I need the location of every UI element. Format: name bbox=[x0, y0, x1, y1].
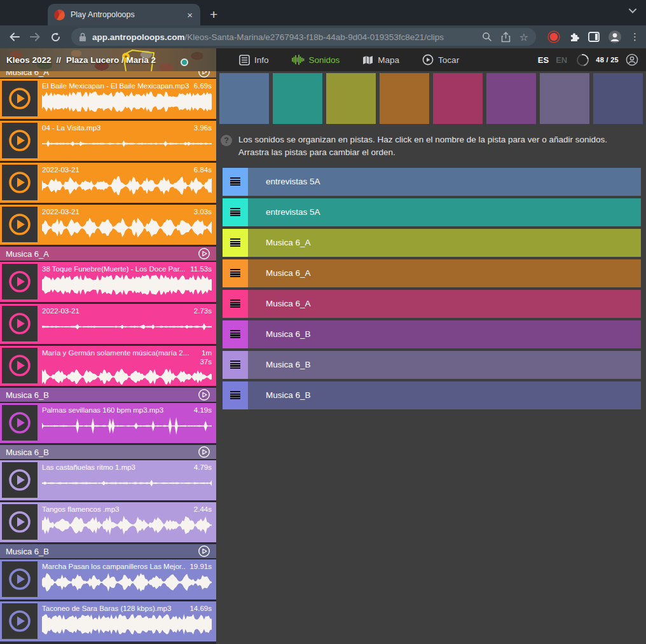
url-text[interactable]: app.antropoloops.com/Kleos-Santa-Marina/… bbox=[92, 32, 476, 42]
track-color-swatch[interactable] bbox=[380, 73, 429, 124]
clip-row[interactable]: 2022-03-213.03s bbox=[0, 205, 216, 245]
extensions-puzzle-icon[interactable] bbox=[568, 31, 580, 43]
track-name-bar[interactable]: Musica 6_B bbox=[248, 351, 641, 379]
track-drag-handle[interactable] bbox=[223, 229, 248, 257]
clip-play-button[interactable] bbox=[2, 603, 38, 639]
track-color-swatch[interactable] bbox=[219, 73, 269, 124]
drag-handle-icon bbox=[230, 269, 240, 277]
clip-waveform bbox=[42, 316, 212, 338]
track-color-swatch[interactable] bbox=[593, 73, 643, 124]
track-color-swatch[interactable] bbox=[433, 73, 483, 124]
track-color-swatch[interactable] bbox=[273, 73, 322, 124]
sidebar-track-header[interactable]: Musica 6_B bbox=[0, 388, 216, 402]
clip-play-button[interactable] bbox=[2, 405, 38, 441]
clip-waveform bbox=[42, 415, 212, 437]
lang-en-button[interactable]: EN bbox=[556, 55, 567, 65]
clip-row[interactable]: Palmas sevillanas 160 bpm mp3.mp34.19s bbox=[0, 403, 216, 443]
clip-row[interactable]: 2022-03-216.84s bbox=[0, 163, 216, 203]
track-label: Musica 6_B bbox=[266, 329, 311, 339]
track-name-bar[interactable]: Musica 6_B bbox=[248, 381, 641, 409]
clip-play-button[interactable] bbox=[2, 348, 38, 383]
sidebar-track-header[interactable]: Musica 6_B bbox=[0, 445, 216, 459]
track-drag-handle[interactable] bbox=[223, 198, 248, 226]
forward-button[interactable] bbox=[27, 29, 43, 45]
browser-menu-icon[interactable]: ⋮ bbox=[630, 32, 640, 41]
clip-row[interactable]: Marcha Pasan los campanilleros Las Mejor… bbox=[0, 559, 216, 599]
nav-item-sonidos[interactable]: Sonidos bbox=[283, 48, 349, 71]
url-bar[interactable]: app.antropoloops.com/Kleos-Santa-Marina/… bbox=[71, 28, 536, 46]
clip-play-button[interactable] bbox=[2, 462, 38, 498]
breadcrumb-separator: // bbox=[57, 55, 62, 65]
track-label: entrevistas 5A bbox=[266, 177, 320, 186]
side-panel-icon[interactable] bbox=[588, 32, 600, 42]
sidebar-track-header[interactable]: Musica 6_A bbox=[0, 71, 216, 78]
track-drag-handle[interactable] bbox=[223, 168, 248, 196]
play-icon bbox=[8, 170, 32, 195]
tab-close-icon[interactable]: × bbox=[186, 10, 194, 20]
clip-row[interactable]: El Baile Mexicapan - El Baile Mexicapan.… bbox=[0, 79, 216, 119]
nav-item-tocar[interactable]: Tocar bbox=[413, 48, 468, 71]
track-play-icon[interactable] bbox=[198, 446, 210, 458]
clip-row[interactable]: Las castañuelas ritmo 1.mp34.79s bbox=[0, 460, 216, 500]
new-tab-button[interactable]: + bbox=[210, 8, 217, 22]
clip-play-button[interactable] bbox=[2, 264, 38, 299]
track-name-bar[interactable]: Musica 6_A bbox=[248, 290, 641, 318]
clip-row[interactable]: Taconeo de Sara Baras (128 kbps).mp314.6… bbox=[0, 601, 216, 641]
track-play-icon[interactable] bbox=[198, 71, 210, 78]
recording-extension-icon[interactable] bbox=[547, 31, 560, 43]
project-cover-photo: Kleos 2022 // Plaza Lucero / María 2 bbox=[0, 48, 216, 71]
breadcrumb-project-link[interactable]: Kleos 2022 bbox=[6, 55, 52, 65]
sidebar-track-header[interactable]: Musica 6_B bbox=[0, 544, 216, 558]
clip-play-button[interactable] bbox=[2, 81, 38, 116]
clip-play-button[interactable] bbox=[2, 165, 38, 200]
track-name-bar[interactable]: Musica 6_B bbox=[248, 320, 641, 348]
nav-item-mapa[interactable]: Mapa bbox=[354, 48, 408, 71]
track-name-bar[interactable]: Musica 6_A bbox=[248, 259, 641, 287]
clip-play-button[interactable] bbox=[2, 504, 38, 540]
browser-tab[interactable]: Play Antropoloops × bbox=[48, 4, 200, 25]
macos-traffic-lights[interactable] bbox=[11, 8, 46, 17]
track-drag-handle[interactable] bbox=[223, 351, 248, 379]
clip-row[interactable]: María y Germán solamente música(maría 2.… bbox=[0, 346, 216, 386]
sidebar-track-header[interactable]: Musica 6_A bbox=[0, 247, 216, 261]
clip-row[interactable]: 2022-03-212.73s bbox=[0, 304, 216, 344]
track-name-bar[interactable]: Musica 6_A bbox=[248, 229, 641, 257]
track-drag-handle[interactable] bbox=[223, 259, 248, 287]
zoom-window-button[interactable] bbox=[38, 8, 46, 17]
close-window-button[interactable] bbox=[11, 8, 20, 17]
zoom-icon[interactable] bbox=[482, 32, 492, 42]
reload-button[interactable] bbox=[47, 29, 64, 45]
bookmark-star-icon[interactable]: ☆ bbox=[519, 31, 528, 43]
track-play-icon[interactable] bbox=[198, 388, 210, 401]
minimize-window-button[interactable] bbox=[25, 8, 33, 17]
track-drag-handle[interactable] bbox=[223, 290, 248, 318]
track-name: Musica 6_A bbox=[6, 71, 198, 77]
profile-avatar[interactable] bbox=[608, 30, 622, 44]
clip-play-button[interactable] bbox=[2, 306, 38, 341]
clip-play-button[interactable] bbox=[2, 123, 38, 158]
track-drag-handle[interactable] bbox=[223, 381, 248, 409]
clip-row[interactable]: Tangos flamencos .mp32.44s bbox=[0, 502, 216, 542]
clip-duration: 3.03s bbox=[194, 207, 212, 216]
share-icon[interactable] bbox=[501, 32, 511, 43]
play-icon bbox=[8, 411, 32, 435]
account-icon[interactable] bbox=[626, 53, 638, 66]
track-play-icon[interactable] bbox=[198, 545, 210, 558]
track-color-swatches bbox=[216, 73, 646, 124]
clip-row[interactable]: 04 - La Visita.mp33.96s bbox=[0, 121, 216, 161]
track-play-icon[interactable] bbox=[198, 247, 210, 260]
track-drag-handle[interactable] bbox=[223, 320, 248, 348]
tab-search-chevron-icon[interactable] bbox=[628, 8, 637, 14]
track-color-swatch[interactable] bbox=[540, 73, 589, 124]
back-button[interactable] bbox=[6, 29, 23, 45]
track-name-bar[interactable]: entrevistas 5A bbox=[248, 198, 641, 226]
track-name-bar[interactable]: entrevistas 5A bbox=[248, 168, 641, 196]
track-color-swatch[interactable] bbox=[486, 73, 536, 124]
clip-play-button[interactable] bbox=[2, 207, 38, 242]
track-color-swatch[interactable] bbox=[326, 73, 376, 124]
nav-item-info[interactable]: Info bbox=[230, 48, 278, 71]
clip-row[interactable]: 38 Toque Funebre(Muerte) - Los Doce Par.… bbox=[0, 262, 216, 302]
clip-play-button[interactable] bbox=[2, 561, 38, 597]
lang-es-button[interactable]: ES bbox=[538, 55, 549, 65]
clip-title: 2022-03-21 bbox=[42, 165, 190, 174]
